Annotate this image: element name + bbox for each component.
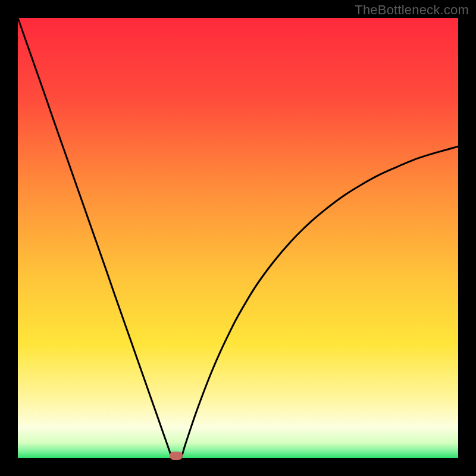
bottleneck-chart <box>18 18 458 458</box>
attribution-text: TheBottleneck.com <box>355 2 469 18</box>
optimal-marker <box>170 452 183 460</box>
gradient-background <box>18 18 458 458</box>
